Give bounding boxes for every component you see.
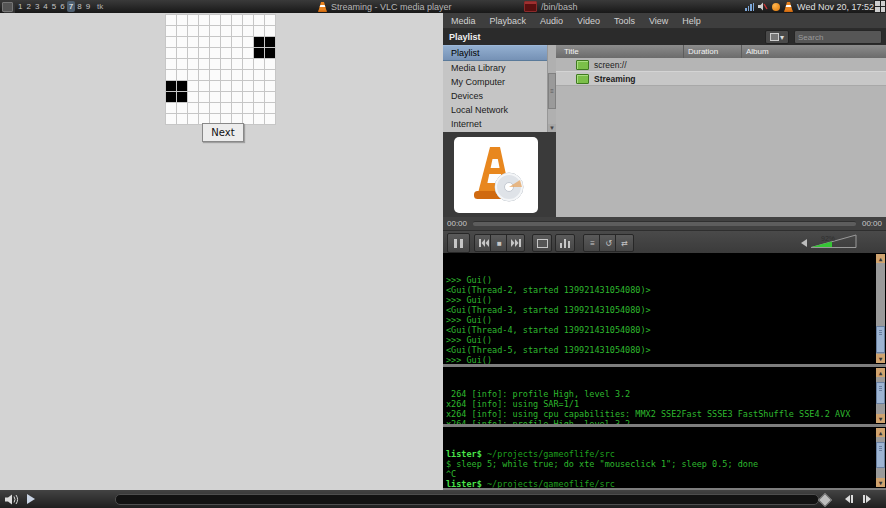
workspace-9[interactable]: 9 — [84, 1, 92, 12]
grid-cell[interactable] — [188, 59, 198, 69]
panel-play-icon[interactable] — [27, 494, 35, 504]
grid-cell[interactable] — [232, 59, 242, 69]
grid-cell[interactable] — [210, 81, 220, 91]
grid-cell[interactable] — [265, 81, 275, 91]
grid-cell[interactable] — [166, 37, 176, 47]
grid-cell[interactable] — [177, 81, 187, 91]
grid-cell[interactable] — [188, 103, 198, 113]
sidebar-item-internet[interactable]: Internet — [443, 117, 556, 131]
scroll-up-icon[interactable]: ▲ — [876, 368, 885, 377]
panel-progress-bar[interactable] — [115, 494, 819, 505]
tray-vlc-icon[interactable] — [784, 2, 793, 12]
grid-cell[interactable] — [265, 59, 275, 69]
grid-cell[interactable] — [232, 70, 242, 80]
column-header-title[interactable]: Title — [556, 45, 684, 58]
python-console-terminal[interactable]: >>> Gui()<Gui(Thread-2, started 13992143… — [443, 253, 886, 364]
fullscreen-button[interactable] — [532, 234, 552, 252]
menu-audio[interactable]: Audio — [540, 16, 563, 26]
grid-cell[interactable] — [177, 15, 187, 25]
grid-cell[interactable] — [199, 70, 209, 80]
grid-cell[interactable] — [243, 15, 253, 25]
grid-cell[interactable] — [254, 37, 264, 47]
playlist-view-button[interactable]: ▾ — [765, 30, 789, 44]
grid-cell[interactable] — [199, 92, 209, 102]
grid-cell[interactable] — [254, 70, 264, 80]
grid-cell[interactable] — [243, 81, 253, 91]
search-input[interactable] — [794, 30, 882, 44]
grid-cell[interactable] — [166, 92, 176, 102]
grid-cell[interactable] — [188, 114, 198, 124]
scroll-down-icon[interactable]: ▼ — [876, 478, 885, 487]
grid-cell[interactable] — [221, 70, 231, 80]
next-track-button[interactable] — [506, 234, 525, 252]
grid-cell[interactable] — [188, 15, 198, 25]
sidebar-item-playlist[interactable]: Playlist — [443, 45, 556, 61]
grid-cell[interactable] — [166, 26, 176, 36]
grid-cell[interactable] — [210, 48, 220, 58]
grid-cell[interactable] — [177, 70, 187, 80]
menu-playback[interactable]: Playback — [490, 16, 527, 26]
scroll-down-icon[interactable]: ▼ — [548, 124, 556, 132]
grid-cell[interactable] — [210, 15, 220, 25]
sidebar-item-devices[interactable]: Devices — [443, 89, 556, 103]
grid-cell[interactable] — [221, 92, 231, 102]
grid-cell[interactable] — [177, 37, 187, 47]
grid-cell[interactable] — [210, 103, 220, 113]
grid-cell[interactable] — [243, 103, 253, 113]
grid-cell[interactable] — [243, 48, 253, 58]
grid-cell[interactable] — [232, 48, 242, 58]
desktop-pager-icon[interactable] — [874, 0, 886, 13]
scroll-down-icon[interactable]: ▼ — [876, 354, 885, 363]
grid-cell[interactable] — [210, 92, 220, 102]
grid-cell[interactable] — [210, 59, 220, 69]
workspace-2[interactable]: 2 — [24, 1, 32, 12]
grid-cell[interactable] — [232, 37, 242, 47]
menu-video[interactable]: Video — [577, 16, 600, 26]
grid-cell[interactable] — [221, 59, 231, 69]
grid-cell[interactable] — [265, 48, 275, 58]
grid-cell[interactable] — [221, 103, 231, 113]
next-button[interactable]: Next — [202, 123, 244, 142]
panel-speaker-icon[interactable] — [5, 494, 20, 505]
grid-cell[interactable] — [166, 114, 176, 124]
tray-notification-icon[interactable] — [772, 3, 780, 11]
grid-cell[interactable] — [166, 103, 176, 113]
grid-cell[interactable] — [254, 48, 264, 58]
grid-cell[interactable] — [177, 114, 187, 124]
sidebar-item-local-network[interactable]: Local Network — [443, 103, 556, 117]
scroll-up-icon[interactable]: ▲ — [876, 254, 885, 263]
scroll-down-icon[interactable]: ▼ — [876, 414, 885, 423]
grid-cell[interactable] — [166, 15, 176, 25]
grid-cell[interactable] — [188, 37, 198, 47]
column-header-album[interactable]: Album — [742, 45, 886, 58]
grid-cell[interactable] — [210, 26, 220, 36]
playlist-row[interactable]: Streaming — [556, 71, 886, 86]
grid-cell[interactable] — [221, 48, 231, 58]
grid-cell[interactable] — [177, 92, 187, 102]
grid-cell[interactable] — [232, 103, 242, 113]
grid-cell[interactable] — [254, 15, 264, 25]
grid-cell[interactable] — [265, 103, 275, 113]
workspace-3[interactable]: 3 — [33, 1, 41, 12]
scrollbar-thumb[interactable] — [876, 382, 885, 404]
grid-cell[interactable] — [232, 92, 242, 102]
scrollbar-thumb[interactable] — [876, 442, 885, 468]
x264-terminal-scrollbar[interactable]: ▲ ▼ — [876, 368, 885, 423]
grid-cell[interactable] — [221, 37, 231, 47]
grid-cell[interactable] — [243, 92, 253, 102]
grid-cell[interactable] — [265, 114, 275, 124]
grid-cell[interactable] — [199, 26, 209, 36]
grid-cell[interactable] — [243, 70, 253, 80]
grid-cell[interactable] — [221, 26, 231, 36]
playlist-row[interactable]: screen:// — [556, 58, 886, 71]
grid-cell[interactable] — [265, 37, 275, 47]
taskbar-bash-window[interactable]: /bin/bash — [524, 0, 578, 13]
grid-cell[interactable] — [199, 48, 209, 58]
grid-cell[interactable] — [199, 81, 209, 91]
grid-cell[interactable] — [188, 92, 198, 102]
grid-cell[interactable] — [199, 103, 209, 113]
frame-back-button[interactable] — [842, 494, 856, 504]
seek-slider[interactable] — [473, 221, 856, 226]
grid-cell[interactable] — [254, 92, 264, 102]
grid-cell[interactable] — [243, 37, 253, 47]
